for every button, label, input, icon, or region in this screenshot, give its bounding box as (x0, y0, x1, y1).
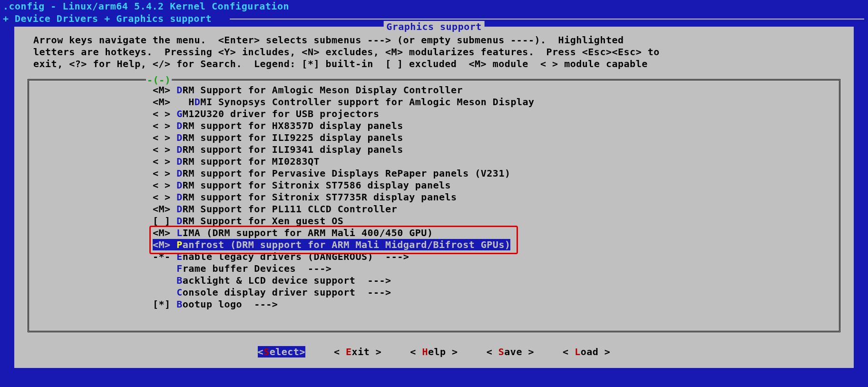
hotkey-letter: C (176, 287, 183, 298)
menu-item[interactable]: <M> Panfrost (DRM support for ARM Mali M… (29, 239, 839, 251)
label-rest: RM support for HX8357D display panels (183, 120, 403, 131)
state-bracket (153, 263, 176, 274)
menu-item[interactable]: < > GM12U320 driver for USB projectors (29, 108, 839, 120)
help-text: Arrow keys navigate the menu. <Enter> se… (33, 34, 835, 70)
menu-item[interactable]: <M> DRM Support for Amlogic Meson Displa… (29, 84, 839, 96)
menu-item[interactable]: [ ] DRM Support for Xen guest OS (29, 215, 839, 227)
hotkey-letter: D (176, 179, 183, 191)
state-bracket: < > (153, 144, 176, 155)
label-prefix: H (188, 96, 195, 108)
label-rest: nable legacy drivers (DANGEROUS) ---> (183, 251, 410, 262)
hotkey-letter: B (176, 298, 183, 310)
state-bracket: < > (153, 120, 176, 131)
menu-item[interactable]: [*] Bootup logo ---> (29, 298, 839, 310)
menu-item[interactable]: < > DRM support for Sitronix ST7586 disp… (29, 179, 839, 191)
menu-item[interactable]: Frame buffer Devices ---> (29, 263, 839, 275)
section-title: Graphics support (383, 21, 485, 32)
label-rest: rame buffer Devices ---> (183, 263, 332, 274)
hotkey-letter: D (195, 96, 201, 108)
hotkey-letter: D (176, 215, 183, 227)
label-rest: RM Support for PL111 CLCD Controller (183, 203, 397, 215)
hotkey-letter: E (176, 251, 183, 262)
label-rest: RM support for ILI9341 display panels (183, 144, 403, 155)
state-bracket: <M> (153, 203, 176, 215)
label-rest: anfrost (DRM support for ARM Mali Midgar… (183, 239, 511, 250)
menu-item[interactable]: < > DRM support for HX8357D display pane… (29, 120, 839, 132)
hotkey-letter: L (176, 227, 183, 238)
hotkey-letter: G (176, 108, 183, 119)
state-bracket (153, 275, 176, 286)
state-bracket: < > (153, 132, 176, 143)
menu-list-box: -(-) <M> DRM Support for Amlogic Meson D… (28, 79, 840, 332)
state-bracket: [ ] (153, 215, 176, 227)
label-rest: onsole display driver support ---> (183, 287, 391, 298)
state-bracket: <M> (153, 96, 188, 108)
label-rest: RM support for Sitronix ST7735R display … (183, 191, 457, 203)
menu-item[interactable]: < > DRM support for ILI9225 display pane… (29, 132, 839, 144)
load-button[interactable]: < Load > (563, 346, 610, 357)
exit-button[interactable]: < Exit > (334, 346, 381, 357)
label-rest: M12U320 driver for USB projectors (183, 108, 380, 119)
state-bracket: <M> (153, 227, 176, 238)
menu-item[interactable]: <M> LIMA (DRM support for ARM Mali 400/4… (29, 227, 839, 239)
hotkey-letter: D (176, 120, 183, 131)
save-button[interactable]: < Save > (487, 346, 534, 357)
hotkey-letter: D (176, 191, 183, 203)
label-rest: IMA (DRM support for ARM Mali 400/450 GP… (183, 227, 433, 238)
menu-item[interactable]: <M> HDMI Synopsys Controller support for… (29, 96, 839, 108)
menu-item[interactable]: Backlight & LCD device support ---> (29, 275, 839, 287)
hotkey-letter: D (176, 168, 183, 179)
menu-item[interactable]: < > DRM support for Pervasive Displays R… (29, 168, 839, 179)
state-bracket (153, 287, 176, 298)
label-rest: MI Synopsys Controller support for Amlog… (200, 96, 534, 108)
hotkey-letter: D (176, 144, 183, 155)
label-rest: acklight & LCD device support ---> (183, 275, 391, 286)
hotkey-letter: D (176, 132, 183, 143)
state-bracket: < > (153, 168, 176, 179)
menu-item[interactable]: < > DRM support for MI0283QT (29, 156, 839, 168)
menu-item[interactable]: Console display driver support ---> (29, 287, 839, 298)
state-bracket: < > (153, 191, 176, 203)
breadcrumb: + Device Drivers + Graphics support (3, 12, 217, 25)
menu-item[interactable]: < > DRM support for ILI9341 display pane… (29, 144, 839, 156)
label-rest: RM Support for Amlogic Meson Display Con… (183, 84, 463, 96)
label-rest: ootup logo ---> (183, 298, 278, 310)
hotkey-letter: F (176, 263, 183, 274)
state-bracket: <M> (153, 84, 176, 96)
hotkey-letter: B (176, 275, 183, 286)
label-rest: RM Support for Xen guest OS (183, 215, 344, 227)
help-button[interactable]: < Help > (410, 346, 458, 357)
menu-item[interactable]: -*- Enable legacy drivers (DANGEROUS) --… (29, 251, 839, 263)
label-rest: RM support for Pervasive Displays RePape… (183, 168, 511, 179)
menu-item[interactable]: < > DRM support for Sitronix ST7735R dis… (29, 191, 839, 203)
menuconfig-screen: .config - Linux/arm64 5.4.2 Kernel Confi… (0, 0, 868, 387)
hotkey-letter: D (176, 156, 183, 167)
state-bracket: < > (153, 156, 176, 167)
hotkey-letter: D (176, 84, 183, 96)
menu-list[interactable]: <M> DRM Support for Amlogic Meson Displa… (29, 84, 839, 310)
state-bracket: < > (153, 179, 176, 191)
label-rest: RM support for MI0283QT (183, 156, 320, 167)
state-bracket: < > (153, 108, 176, 119)
hotkey-letter: P (176, 239, 183, 250)
label-rest: RM support for ILI9225 display panels (183, 132, 403, 143)
main-panel: Graphics support Arrow keys navigate the… (14, 27, 854, 368)
menu-item[interactable]: <M> DRM Support for PL111 CLCD Controlle… (29, 203, 839, 215)
button-bar: <Select>< Exit >< Help >< Save >< Load > (14, 346, 854, 357)
state-bracket: [*] (153, 298, 176, 310)
state-bracket: -*- (153, 251, 176, 262)
hotkey-letter: D (176, 203, 183, 215)
state-bracket: <M> (153, 239, 176, 250)
window-title: .config - Linux/arm64 5.4.2 Kernel Confi… (0, 0, 868, 12)
select-button[interactable]: <Select> (258, 346, 305, 357)
label-rest: RM support for Sitronix ST7586 display p… (183, 179, 451, 191)
